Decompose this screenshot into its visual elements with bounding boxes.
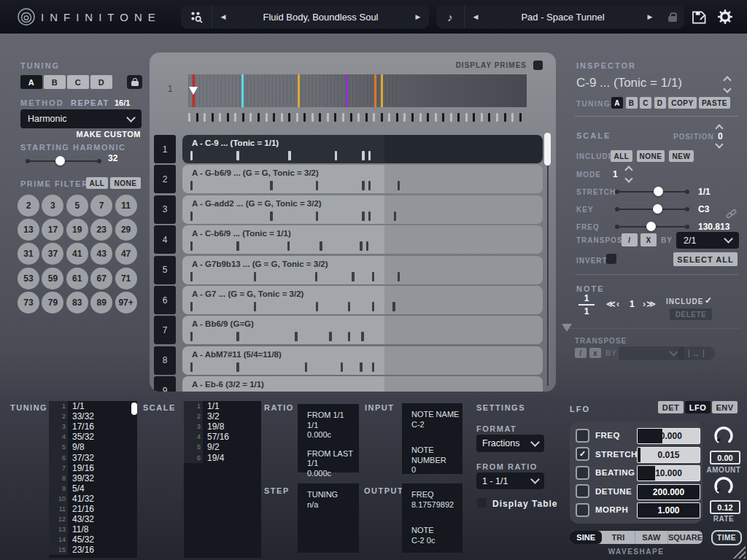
prime-filter-47[interactable]: 47: [115, 243, 137, 265]
slider-thumb[interactable]: [653, 204, 662, 214]
prime-filter-7[interactable]: 7: [90, 195, 112, 217]
scale-row[interactable]: A - G7b9b13 ... (G = G, Tonic = 3/2): [182, 256, 543, 284]
prime-filter-97plus[interactable]: 97+: [115, 292, 137, 314]
tuning-list-row[interactable]: 317/16: [49, 421, 137, 432]
tuning-list-row[interactable]: 11/1: [49, 401, 137, 411]
mode-value[interactable]: 1: [613, 169, 618, 179]
scale-row[interactable]: A - C-9 ... (Tonic = 1/1): [182, 135, 543, 163]
freq-value[interactable]: 130.813: [698, 222, 729, 232]
note-position-marker[interactable]: [562, 324, 572, 332]
scrollbar-thumb[interactable]: [544, 133, 551, 166]
display-table-checkbox[interactable]: [477, 498, 487, 508]
tuning-list-row[interactable]: 1445/32: [49, 534, 137, 545]
prime-filter-59[interactable]: 59: [42, 268, 63, 289]
tuning-list-row[interactable]: 435/32: [49, 432, 137, 442]
include-none-button[interactable]: NONE: [637, 150, 665, 162]
amount-knob[interactable]: [713, 424, 735, 446]
prime-filter-31[interactable]: 31: [18, 243, 39, 265]
scale-row-number[interactable]: 1: [154, 135, 176, 163]
sound-next-icon[interactable]: ▶: [639, 13, 661, 20]
rate-value[interactable]: 0.12: [710, 500, 740, 514]
tuning-list-row[interactable]: 637/32: [49, 452, 137, 462]
prime-filter-2[interactable]: 2: [18, 195, 39, 217]
slider-thumb[interactable]: [646, 222, 656, 231]
scale-row[interactable]: A - Bb6/9 (G=G): [182, 316, 543, 344]
lfo-detune-checkbox[interactable]: [576, 484, 589, 498]
scale-row-number[interactable]: 8: [154, 346, 176, 375]
patch-preset-name[interactable]: Fluid Body, Boundless Soul: [234, 12, 407, 23]
paste-button[interactable]: PASTE: [699, 97, 730, 109]
scale-row[interactable]: A - C-b6/9 ... (Tonic = 1/1): [182, 225, 543, 254]
tuning-list-row[interactable]: 59/8: [49, 442, 137, 452]
tuning-ratio-list[interactable]: 11/1233/32317/16435/3259/8637/32719/1683…: [49, 401, 137, 558]
stretch-value[interactable]: 1/1: [698, 187, 711, 197]
lfo-tab-lfo[interactable]: LFO: [685, 401, 711, 413]
save-preset-icon[interactable]: [690, 8, 708, 26]
lfo-freq-checkbox[interactable]: [576, 429, 589, 443]
time-button[interactable]: TIME: [711, 530, 742, 545]
prime-filter-5[interactable]: 5: [66, 195, 88, 217]
preset-browser-icon[interactable]: [181, 5, 212, 28]
scrollbar-track[interactable]: [547, 133, 549, 386]
slider-thumb[interactable]: [654, 187, 663, 196]
invert-checkbox[interactable]: [606, 254, 616, 264]
note-swap-button[interactable]: ↔: [677, 346, 715, 360]
scale-list-row[interactable]: 319/8: [184, 421, 261, 432]
tuning-list-row[interactable]: 95/4: [49, 483, 137, 494]
scale-row[interactable]: A - AbM7#11 (5/4=11/8): [182, 346, 543, 375]
inspector-title-spinner[interactable]: [724, 77, 730, 92]
mode-spinner[interactable]: [626, 167, 632, 182]
note-prev-button[interactable]: ≪ ‹: [606, 299, 619, 309]
copy-button[interactable]: COPY: [668, 97, 697, 109]
lfo-freq-value[interactable]: 20.000: [637, 428, 700, 444]
stretch-slider[interactable]: [616, 187, 688, 197]
scale-list-row[interactable]: 23/2: [184, 411, 261, 421]
position-down-icon[interactable]: [715, 140, 723, 148]
prime-filter-43[interactable]: 43: [90, 243, 112, 265]
waveshape-tri[interactable]: TRI: [602, 531, 635, 544]
prime-filter-79[interactable]: 79: [42, 292, 63, 314]
patch-next-icon[interactable]: ▶: [407, 13, 429, 20]
tuning-list-row[interactable]: 1523/16: [49, 545, 137, 555]
scale-row-number[interactable]: 4: [154, 225, 176, 254]
scale-list-row[interactable]: 619/4: [184, 452, 261, 462]
note-transpose-dropdown[interactable]: [619, 346, 684, 360]
tuning-list-row[interactable]: 233/32: [49, 411, 137, 421]
prime-filter-53[interactable]: 53: [18, 268, 39, 289]
lfo-tab-env[interactable]: ENV: [712, 401, 738, 413]
lfo-beating-checkbox[interactable]: [576, 466, 589, 480]
scale-row[interactable]: A - G7 ... (G = G, Tonic = 3/2): [182, 286, 543, 314]
sound-preset-name[interactable]: Pad - Space Tunnel: [487, 12, 639, 23]
include-all-button[interactable]: ALL: [611, 150, 632, 162]
scale-row-number[interactable]: 6: [154, 286, 176, 314]
patch-prev-icon[interactable]: ◀: [212, 13, 234, 20]
waveshape-sine[interactable]: SINE: [570, 531, 602, 544]
key-value[interactable]: C3: [698, 204, 709, 214]
lfo-morph-value[interactable]: 1.000: [637, 502, 700, 518]
scale-row-number[interactable]: 3: [154, 195, 176, 224]
note-transpose-divide-button[interactable]: /: [575, 348, 587, 358]
sound-prev-icon[interactable]: ◀: [465, 13, 487, 20]
lfo-detune-value[interactable]: 200.000: [637, 484, 700, 500]
scale-list-row[interactable]: 457/16: [184, 432, 261, 442]
prime-filter-17[interactable]: 17: [42, 219, 63, 241]
tuning-list-row[interactable]: 1041/32: [49, 494, 137, 504]
prime-filter-11[interactable]: 11: [115, 195, 137, 217]
inspector-tuning-tab-c[interactable]: C: [640, 97, 651, 109]
lfo-morph-checkbox[interactable]: [576, 503, 589, 517]
note-include-check-icon[interactable]: ✓: [705, 295, 712, 306]
lfo-stretch-checkbox[interactable]: ✓: [576, 447, 589, 461]
waveshape-saw[interactable]: SAW: [635, 531, 668, 544]
note-next-button[interactable]: › ≫: [643, 299, 655, 309]
prime-filter-3[interactable]: 3: [42, 195, 63, 217]
prime-filter-71[interactable]: 71: [115, 268, 137, 289]
scale-row-number[interactable]: 2: [154, 165, 176, 193]
waveshape-square[interactable]: SQUARE: [668, 531, 703, 544]
resize-grip[interactable]: [732, 545, 746, 559]
prime-filter-73[interactable]: 73: [18, 292, 39, 314]
scale-row[interactable]: A - Eb-6 (3/2 = 1/1): [182, 376, 543, 392]
prime-filter-61[interactable]: 61: [66, 268, 88, 289]
include-new-button[interactable]: NEW: [669, 150, 694, 162]
note-delete-button[interactable]: DELETE: [670, 308, 712, 320]
prime-filter-19[interactable]: 19: [66, 219, 88, 241]
